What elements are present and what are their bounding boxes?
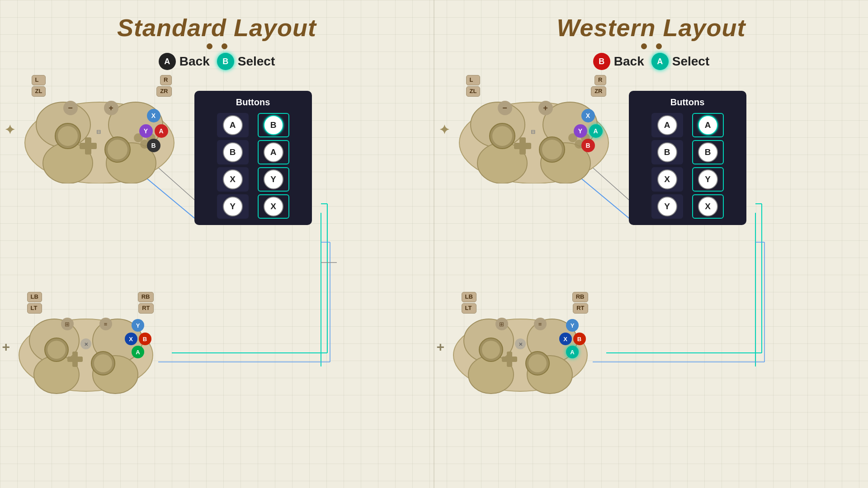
standard-output-btn-B: B xyxy=(264,115,283,135)
xbox-face-buttons: Y X B A xyxy=(125,319,151,358)
w-pro-face-buttons: X Y A B xyxy=(574,109,603,152)
western-output-btn-B: B xyxy=(698,142,718,162)
svg-point-34 xyxy=(94,354,112,372)
w-xbox-btn-b: B xyxy=(573,333,586,345)
standard-input-btn-Y: Y xyxy=(223,197,243,216)
standard-input-btn-X: X xyxy=(223,169,243,189)
western-dpad-cross: ✦ xyxy=(439,122,449,137)
label-ZR: ZR xyxy=(156,86,171,97)
pro-btn-y: Y xyxy=(139,124,153,138)
w-pro-top-left-labels: L ZL xyxy=(466,75,481,97)
w-label-LT: LT xyxy=(462,303,476,314)
western-content: L ZL R ZR − + xyxy=(439,73,864,488)
western-output-btn-Y: Y xyxy=(698,169,718,189)
w-xbox-btn-a: A xyxy=(566,346,579,358)
w-label-RB: RB xyxy=(572,292,588,302)
western-output-B: B xyxy=(692,140,724,164)
western-divider xyxy=(641,43,662,49)
western-output-col: A B Y X xyxy=(692,113,724,219)
xbox-btn-b: B xyxy=(139,333,151,345)
w-minus-btn: − xyxy=(498,101,512,115)
svg-rect-20 xyxy=(80,143,97,149)
w-label-RT: RT xyxy=(573,303,588,314)
western-output-btn-X: X xyxy=(698,197,718,216)
western-output-A: A xyxy=(692,113,724,137)
standard-xbox-controller: + LB LT RB RT ⊞ ≡ xyxy=(14,294,158,398)
label-RB: RB xyxy=(138,292,154,302)
w-xbox-plus-icon: + xyxy=(437,339,445,355)
western-input-col: A B X Y xyxy=(651,113,683,219)
plus-btn: + xyxy=(104,101,118,115)
w-xbox-btn-y: Y xyxy=(566,319,579,332)
dot-left xyxy=(207,43,212,49)
svg-point-54 xyxy=(492,126,512,146)
xbox-btn-y: Y xyxy=(132,319,144,332)
standard-input-A: A xyxy=(217,113,249,137)
standard-pro-controller: L ZL R ZR − + xyxy=(18,77,181,185)
standard-select-btn-circle: B xyxy=(217,53,234,70)
standard-input-col: A B X Y xyxy=(217,113,249,219)
w-plus-btn: + xyxy=(538,101,553,115)
standard-output-Y: Y xyxy=(258,167,289,192)
western-buttons-panel: Buttons A B X xyxy=(629,91,746,225)
standard-input-B: B xyxy=(217,140,249,164)
standard-output-btn-A: A xyxy=(264,142,283,162)
western-output-btn-A: A xyxy=(698,115,718,135)
western-layout-section: Western Layout B Back A Select xyxy=(434,0,868,488)
western-input-B: B xyxy=(651,140,683,164)
pro-btn-b: B xyxy=(147,139,160,152)
w-dot-right xyxy=(656,43,662,49)
label-LB: LB xyxy=(27,292,42,302)
w-xbox-btn-x: X xyxy=(559,333,572,345)
western-xbox-controller: + LB LT RB RT ⊞ ≡ xyxy=(448,294,593,398)
western-layout-title: Western Layout xyxy=(557,14,745,42)
pro-btn-x: X xyxy=(147,109,160,122)
standard-input-btn-B: B xyxy=(223,142,243,162)
standard-layout-title: Standard Layout xyxy=(117,14,316,42)
svg-text:✕: ✕ xyxy=(84,342,88,347)
western-pro-controller: L ZL R ZR − + xyxy=(453,77,615,185)
western-output-Y: Y xyxy=(692,167,724,192)
svg-text:⊟: ⊟ xyxy=(531,129,535,135)
western-back-btn-circle: B xyxy=(593,53,610,70)
w-xbox-top-left-labels: LB LT xyxy=(462,292,476,314)
xbox-btn-x: X xyxy=(125,333,137,345)
pro-btn-a: A xyxy=(155,124,168,138)
xbox-top-right-labels: RB RT xyxy=(138,292,154,314)
standard-input-btn-A: A xyxy=(223,115,243,135)
svg-point-18 xyxy=(108,140,127,160)
western-select-legend: A Select xyxy=(651,53,710,70)
label-LT: LT xyxy=(27,303,42,314)
western-mapping-table: Buttons A B X xyxy=(629,91,746,225)
standard-layout-section: Standard Layout A Back B Select xyxy=(0,0,434,488)
pro-face-buttons: X Y A B xyxy=(139,109,168,152)
xbox-top-left-labels: LB LT xyxy=(27,292,42,314)
svg-text:✕: ✕ xyxy=(518,342,522,347)
standard-select-label: Select xyxy=(238,54,275,69)
standard-panel-title: Buttons xyxy=(236,97,270,108)
w-label-ZR: ZR xyxy=(591,86,606,97)
xbox-plus-icon: + xyxy=(2,339,10,355)
standard-output-col: B A Y X xyxy=(258,113,289,219)
w-pro-top-right-labels: R ZR xyxy=(591,75,606,97)
svg-text:⊟: ⊟ xyxy=(96,129,101,135)
minus-btn: − xyxy=(63,101,78,115)
w-pro-btn-x: X xyxy=(581,109,595,122)
western-back-label: Back xyxy=(614,54,644,69)
pro-top-right-labels: R ZR xyxy=(156,75,171,97)
svg-rect-36 xyxy=(67,357,83,362)
label-ZL: ZL xyxy=(32,86,46,97)
western-input-Y: Y xyxy=(651,194,683,219)
western-input-A: A xyxy=(651,113,683,137)
standard-output-X: X xyxy=(258,194,289,219)
dot-right xyxy=(222,43,227,49)
pro-top-left-labels: L ZL xyxy=(32,75,46,97)
svg-rect-58 xyxy=(514,143,531,149)
label-L: L xyxy=(32,75,46,85)
w-pro-btn-y: Y xyxy=(574,124,587,138)
page: Standard Layout A Back B Select xyxy=(0,0,868,488)
w-pro-btn-a: A xyxy=(589,124,603,138)
w-label-LB: LB xyxy=(462,292,476,302)
standard-input-Y: Y xyxy=(217,194,249,219)
svg-rect-74 xyxy=(502,357,517,362)
